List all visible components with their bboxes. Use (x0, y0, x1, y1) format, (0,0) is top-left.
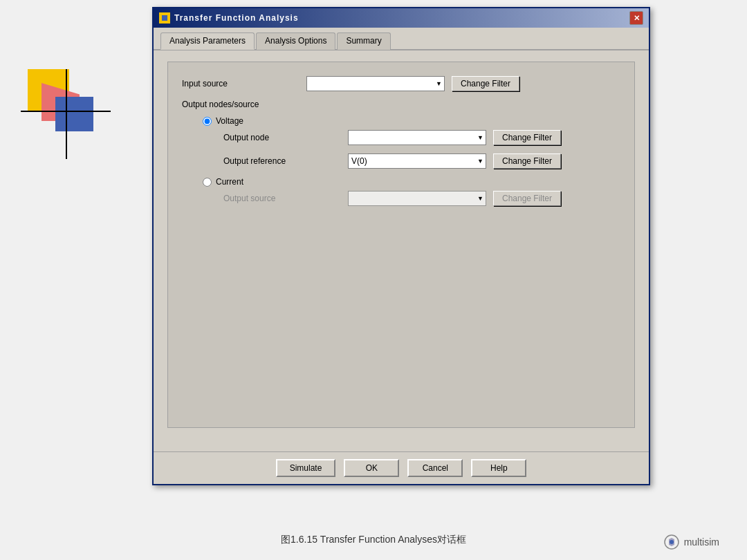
output-source-label: Output source (223, 194, 348, 203)
current-radio[interactable] (203, 178, 212, 187)
current-radio-row: Current (203, 177, 620, 187)
input-source-row: Input source Change Filter (182, 76, 620, 91)
multisim-logo: multisim (663, 534, 719, 550)
output-node-label: Output node (223, 133, 348, 142)
dialog-title: Transfer Function Analysis (174, 13, 299, 23)
current-label: Current (216, 177, 243, 187)
output-nodes-header: Output nodes/source (182, 100, 620, 109)
close-button[interactable]: ✕ (629, 11, 643, 25)
input-source-change-filter-button[interactable]: Change Filter (452, 76, 519, 91)
caption-text: 图1.6.15 Transfer Function Analyses对话框 (281, 534, 466, 545)
svg-rect-1 (162, 15, 167, 21)
svg-point-3 (670, 540, 674, 544)
multisim-icon (663, 534, 680, 550)
title-bar: Transfer Function Analysis ✕ (154, 8, 649, 28)
output-reference-label: Output reference (223, 156, 348, 166)
input-source-label: Input source (182, 79, 306, 88)
output-reference-row: Output reference V(0) Change Filter (203, 153, 620, 169)
voltage-radio-group: Voltage Output node Change Filter Output… (182, 116, 620, 169)
dialog-window: Transfer Function Analysis ✕ Analysis Pa… (152, 7, 650, 485)
voltage-radio-row: Voltage (203, 116, 620, 126)
cancel-button[interactable]: Cancel (407, 459, 463, 477)
simulate-button[interactable]: Simulate (276, 459, 336, 477)
output-reference-select-wrapper: V(0) (348, 153, 486, 169)
output-source-row: Output source Change Filter (203, 191, 620, 206)
content-panel: Input source Change Filter Output nodes/… (167, 62, 635, 428)
current-radio-group: Current Output source Change Filter (182, 177, 620, 206)
output-node-select-wrapper (348, 130, 486, 145)
output-source-select[interactable] (348, 191, 486, 206)
tab-analysis-options[interactable]: Analysis Options (256, 32, 335, 50)
tab-strip: Analysis Parameters Analysis Options Sum… (154, 28, 649, 50)
button-bar: Simulate OK Cancel Help (154, 451, 649, 484)
voltage-radio[interactable] (203, 117, 212, 126)
output-node-change-filter-button[interactable]: Change Filter (493, 130, 561, 145)
output-node-select[interactable] (348, 130, 486, 145)
input-source-select[interactable] (306, 76, 445, 91)
output-reference-select[interactable]: V(0) (348, 153, 486, 169)
help-button[interactable]: Help (471, 459, 526, 477)
voltage-label: Voltage (216, 116, 243, 126)
ok-button[interactable]: OK (344, 459, 399, 477)
dialog-content: Input source Change Filter Output nodes/… (154, 50, 649, 451)
output-source-select-wrapper (348, 191, 486, 206)
output-node-row: Output node Change Filter (203, 130, 620, 145)
output-source-change-filter-button: Change Filter (493, 191, 561, 206)
tab-analysis-parameters[interactable]: Analysis Parameters (160, 32, 255, 50)
caption-area: 图1.6.15 Transfer Function Analyses对话框 (0, 534, 747, 546)
background-logo (21, 69, 118, 166)
dialog-icon (159, 12, 170, 24)
output-reference-change-filter-button[interactable]: Change Filter (493, 153, 561, 169)
input-source-select-wrapper (306, 76, 445, 91)
multisim-brand-text: multisim (684, 536, 719, 548)
tab-summary[interactable]: Summary (337, 32, 390, 50)
